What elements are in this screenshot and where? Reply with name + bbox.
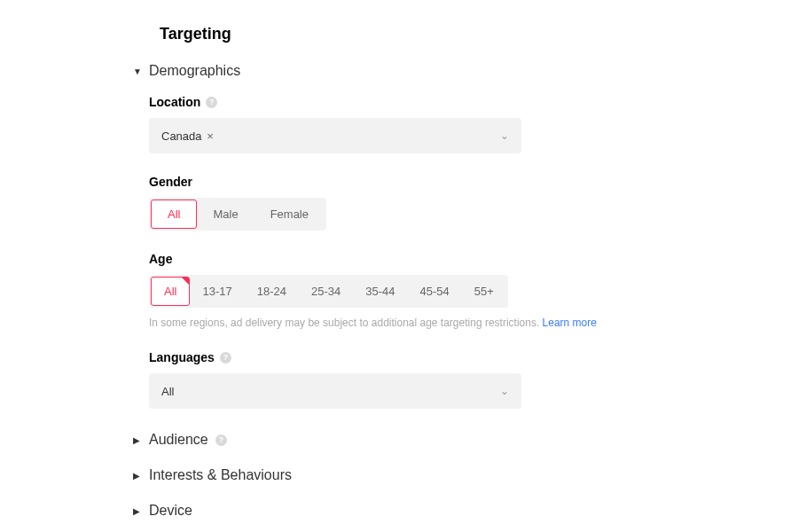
languages-label: Languages bbox=[149, 350, 215, 364]
help-icon[interactable]: ? bbox=[206, 97, 217, 108]
age-option-13-17[interactable]: 13-17 bbox=[190, 277, 244, 306]
section-demographics-header[interactable]: ▼ Demographics bbox=[133, 63, 798, 79]
field-gender: Gender All Male Female bbox=[149, 175, 798, 231]
section-interests-header[interactable]: ▶ Interests & Behaviours bbox=[133, 467, 798, 483]
age-option-45-54[interactable]: 45-54 bbox=[407, 277, 461, 306]
caret-right-icon: ▶ bbox=[133, 506, 142, 516]
age-option-all[interactable]: All bbox=[151, 277, 190, 306]
remove-tag-icon[interactable]: × bbox=[204, 129, 214, 143]
gender-option-all[interactable]: All bbox=[151, 200, 197, 229]
languages-value: All bbox=[161, 385, 174, 398]
age-option-55plus[interactable]: 55+ bbox=[462, 277, 506, 306]
field-age: Age All 13-17 18-24 25-34 35-44 45-54 55… bbox=[149, 252, 798, 329]
languages-select[interactable]: All ⌄ bbox=[149, 373, 521, 409]
caret-down-icon: ▼ bbox=[133, 66, 142, 76]
gender-button-group: All Male Female bbox=[149, 198, 326, 231]
age-label: Age bbox=[149, 252, 172, 266]
field-location: Location ? Canada × ⌄ bbox=[149, 95, 798, 153]
location-tag: Canada bbox=[161, 129, 202, 143]
age-hint-row: In some regions, ad delivery may be subj… bbox=[149, 317, 798, 329]
gender-label: Gender bbox=[149, 175, 192, 189]
page-title: Targeting bbox=[160, 25, 798, 43]
gender-option-female[interactable]: Female bbox=[254, 200, 325, 229]
section-device-header[interactable]: ▶ Device bbox=[133, 503, 798, 519]
location-label: Location bbox=[149, 95, 200, 109]
demographics-body: Location ? Canada × ⌄ Gender All Male Fe… bbox=[149, 95, 798, 409]
caret-right-icon: ▶ bbox=[133, 435, 142, 445]
section-audience-header[interactable]: ▶ Audience ? bbox=[133, 432, 798, 448]
section-title-device: Device bbox=[149, 503, 192, 519]
chevron-down-icon: ⌄ bbox=[500, 129, 509, 142]
age-option-25-34[interactable]: 25-34 bbox=[299, 277, 353, 306]
age-hint-text: In some regions, ad delivery may be subj… bbox=[149, 317, 539, 329]
location-select[interactable]: Canada × ⌄ bbox=[149, 118, 521, 153]
help-icon[interactable]: ? bbox=[220, 352, 231, 364]
chevron-down-icon: ⌄ bbox=[500, 385, 509, 397]
age-option-18-24[interactable]: 18-24 bbox=[245, 277, 299, 306]
section-title-interests: Interests & Behaviours bbox=[149, 467, 292, 483]
learn-more-link[interactable]: Learn more bbox=[543, 317, 597, 329]
section-title-audience: Audience bbox=[149, 432, 208, 448]
caret-right-icon: ▶ bbox=[133, 471, 142, 481]
gender-option-male[interactable]: Male bbox=[197, 200, 254, 229]
age-button-group: All 13-17 18-24 25-34 35-44 45-54 55+ bbox=[149, 275, 508, 308]
section-title-demographics: Demographics bbox=[149, 63, 240, 79]
field-languages: Languages ? All ⌄ bbox=[149, 350, 798, 409]
help-icon[interactable]: ? bbox=[215, 434, 227, 446]
age-option-35-44[interactable]: 35-44 bbox=[353, 277, 407, 306]
